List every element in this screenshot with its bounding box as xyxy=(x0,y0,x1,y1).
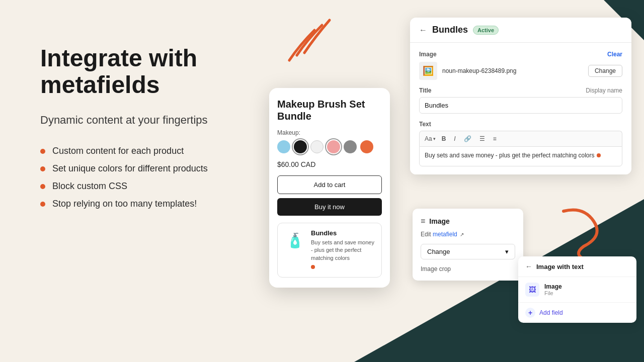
list-button[interactable]: ☰ xyxy=(477,134,487,143)
display-name-label: Display name xyxy=(586,87,622,94)
metafield-link[interactable]: metafield xyxy=(433,231,457,238)
link-button[interactable]: 🔗 xyxy=(462,134,473,143)
swatch-black[interactable] xyxy=(294,140,307,153)
admin-header: ← Bundles Active xyxy=(410,18,631,43)
bold-button[interactable]: B xyxy=(440,134,448,143)
main-heading: Integrate with metafields xyxy=(40,45,282,99)
bullet-dot xyxy=(40,184,45,189)
sub-heading: Dynamic content at your fingertips xyxy=(40,113,282,128)
admin-panel-image: ≡ Image Edit metafield ↗ Change ▾ Image … xyxy=(413,209,523,281)
swatch-blue[interactable] xyxy=(277,140,290,153)
title-row: Title Display name xyxy=(419,87,622,94)
admin-title: Bundles xyxy=(432,25,468,35)
title-label: Title xyxy=(419,87,431,94)
image-panel-icon: ≡ xyxy=(421,217,425,226)
panel-item-sub: File xyxy=(544,290,562,296)
panel-back-button[interactable]: ← xyxy=(525,262,532,270)
swatch-gray[interactable] xyxy=(344,140,357,153)
image-panel-title: Image xyxy=(429,217,449,225)
swatch-pink[interactable] xyxy=(327,140,340,153)
product-title: Makeup Brush Set Bundle xyxy=(277,98,382,122)
list-item: Stop relying on too many templates! xyxy=(40,199,282,209)
bundle-text: Bundles Buy sets and save money - plus g… xyxy=(311,229,375,271)
z-shape-decoration xyxy=(553,201,624,261)
panel-image-item[interactable]: 🖼 Image File xyxy=(518,277,636,302)
edit-metafield-row: Edit metafield ↗ xyxy=(421,231,515,238)
text-label: Text xyxy=(419,121,622,128)
external-link-icon: ↗ xyxy=(460,232,464,237)
swatch-white[interactable] xyxy=(310,140,324,153)
admin-panel-main: ← Bundles Active Image Clear 🖼️ noun-mak… xyxy=(410,18,631,174)
swatch-orange[interactable] xyxy=(360,140,373,153)
bundle-card: 🧴 Bundles Buy sets and save money - plus… xyxy=(277,223,382,278)
bundle-icon: 🧴 xyxy=(284,229,306,251)
add-to-cart-button[interactable]: Add to cart xyxy=(277,175,382,194)
add-field-row[interactable]: + Add field xyxy=(518,302,636,323)
admin-panel-image-text: ← Image with text 🖼 Image File + Add fie… xyxy=(518,256,636,323)
list-item: Custom content for each product xyxy=(40,146,282,156)
bullet-dot xyxy=(40,149,45,154)
text-editor-toolbar: Aa ▾ B I 🔗 ☰ ≡ xyxy=(419,131,622,146)
buy-now-button[interactable]: Buy it now xyxy=(277,198,382,216)
hero-panel: Integrate with metafields Dynamic conten… xyxy=(40,45,282,216)
list-item: Block custom CSS xyxy=(40,181,282,192)
swash-decoration xyxy=(282,15,337,75)
bundle-dot xyxy=(311,265,315,269)
ordered-list-button[interactable]: ≡ xyxy=(491,134,499,143)
color-swatches xyxy=(277,140,382,153)
bullet-list: Custom content for each product Set uniq… xyxy=(40,146,282,209)
image-field-label: Image Clear xyxy=(419,51,622,58)
clear-link[interactable]: Clear xyxy=(607,51,622,58)
image-thumbnail: 🖼️ xyxy=(419,62,437,80)
list-item: Set unique colors for different products xyxy=(40,163,282,174)
active-badge: Active xyxy=(473,26,499,35)
image-crop-label: Image crop xyxy=(421,265,515,273)
bullet-dot xyxy=(40,166,45,171)
add-field-icon: + xyxy=(525,308,535,318)
title-input[interactable] xyxy=(419,97,622,114)
image-filename: noun-makeup-6238489.png xyxy=(442,67,583,74)
color-label: Makeup: xyxy=(277,129,382,136)
back-arrow-icon[interactable]: ← xyxy=(419,26,427,35)
add-field-label: Add field xyxy=(539,309,563,316)
change-image-button[interactable]: Change xyxy=(588,65,622,77)
image-panel-header: ≡ Image xyxy=(421,217,515,226)
panel-title: Image with text xyxy=(536,263,584,270)
bundle-title: Bundles xyxy=(311,229,375,237)
panel-header-row: ← Image with text xyxy=(518,256,636,277)
product-price: $60.00 CAD xyxy=(277,160,382,168)
font-size-control[interactable]: Aa ▾ xyxy=(425,135,436,142)
chevron-down-icon: ▾ xyxy=(505,248,509,255)
bullet-dot xyxy=(40,202,45,207)
panel-item-name: Image xyxy=(544,283,562,290)
image-item-icon: 🖼 xyxy=(525,283,539,297)
text-editor-content[interactable]: Buy sets and save money - plus get the p… xyxy=(419,146,622,166)
orange-dot xyxy=(597,153,601,157)
italic-button[interactable]: I xyxy=(452,134,457,143)
change-dropdown-button[interactable]: Change ▾ xyxy=(421,244,515,259)
bundle-description: Buy sets and save money - plus get the p… xyxy=(311,239,375,262)
admin-image-row: 🖼️ noun-makeup-6238489.png Change xyxy=(419,62,622,80)
admin-body: Image Clear 🖼️ noun-makeup-6238489.png C… xyxy=(410,43,631,174)
panel-item-info: Image File xyxy=(544,283,562,296)
phone-mockup: Makeup Brush Set Bundle Makeup: $60.00 C… xyxy=(269,88,390,288)
